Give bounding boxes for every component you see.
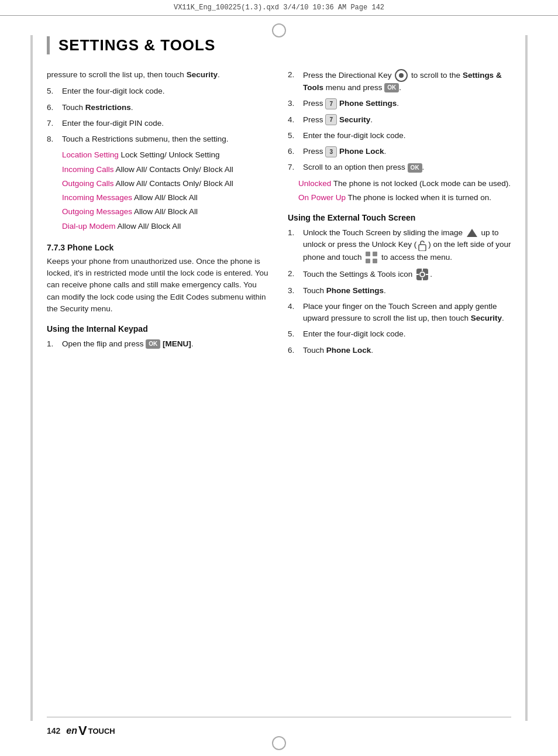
svg-rect-2 <box>373 252 377 256</box>
item-content: Enter the four-digit lock code. <box>303 130 511 142</box>
item-num: 1. <box>47 338 58 350</box>
list-item: 6. Touch Phone Lock. <box>288 345 511 356</box>
step-text-bold: [MENU]. <box>163 339 194 348</box>
sub-label: Incoming Messages <box>62 193 132 202</box>
bold-text: Phone Lock <box>339 147 384 156</box>
list-item: 5. Enter the four-digit lock code. <box>47 85 270 97</box>
two-col-layout: pressure to scroll the list up, then tou… <box>47 69 511 360</box>
svg-rect-1 <box>366 252 370 256</box>
external-screen-heading: Using the External Touch Screen <box>288 213 511 222</box>
item-num: 2. <box>288 268 299 281</box>
sub-items-list: Location Setting Lock Setting/ Unlock Se… <box>62 149 270 232</box>
sub-item: Outgoing Messages Allow All/ Block All <box>62 206 270 218</box>
page-number: 142 <box>47 726 60 736</box>
item-content: Unlock the Touch Screen by sliding the i… <box>303 227 511 264</box>
item-num: 3. <box>288 98 299 109</box>
list-item: 5. Enter the four-digit lock code. <box>288 328 511 340</box>
sub-text: The phone is not locked (Lock mode can b… <box>333 179 511 188</box>
item-num: 7. <box>47 118 58 129</box>
right-column: 2. Press the Directional Key to scroll t… <box>288 69 511 360</box>
list-item: 8. Touch a Restrictions submenu, then th… <box>47 133 270 145</box>
phone-lock-heading: 7.7.3 Phone Lock <box>47 243 270 252</box>
list-item: 1. Open the flip and press OK [MENU]. <box>47 338 270 350</box>
page-title: SETTINGS & TOOLS <box>47 36 511 54</box>
list-item: 4. Press 7 Security. <box>288 114 511 126</box>
sub-label: Outgoing Messages <box>62 207 132 216</box>
sub-item: Outgoing Calls Allow All/ Contacts Only/… <box>62 178 270 190</box>
sub-text: Allow All/ Contacts Only/ Block All <box>116 179 233 188</box>
left-column: pressure to scroll the list up, then tou… <box>47 69 270 354</box>
sub-item: On Power Up The phone is locked when it … <box>298 192 511 204</box>
item-content: Touch a Restrictions submenu, then the s… <box>62 133 270 145</box>
grid-settings-icon <box>365 251 378 264</box>
lock-options: Unlocked The phone is not locked (Lock m… <box>298 178 511 204</box>
brand-touch: TOUCH <box>88 727 115 736</box>
list-item: 1. Unlock the Touch Screen by sliding th… <box>288 227 511 264</box>
unlock-key-icon <box>418 239 427 251</box>
sub-text: Allow All/ Contacts Only/ Block All <box>116 165 233 174</box>
number-key-icon: 7 <box>325 114 337 125</box>
item-content: Place your finger on the Touch Screen an… <box>303 301 511 325</box>
svg-rect-3 <box>366 259 370 263</box>
top-circle-decoration <box>272 23 286 37</box>
bold-text: Phone Settings <box>339 99 397 108</box>
item-content: Touch Phone Lock. <box>303 345 511 356</box>
sub-item: Location Setting Lock Setting/ Unlock Se… <box>62 149 270 161</box>
item-content: Touch Restrictions. <box>62 102 270 114</box>
settings-tools-icon <box>416 268 429 281</box>
list-item: 4. Place your finger on the Touch Screen… <box>288 301 511 325</box>
item-num: 7. <box>288 161 299 173</box>
sub-item: Dial-up Modem Allow All/ Block All <box>62 221 270 232</box>
intro-text: pressure to scroll the list up, then tou… <box>47 70 184 79</box>
sub-label: Dial-up Modem <box>62 222 116 231</box>
list-item: 2. Touch the Settings & Tools icon . <box>288 268 511 281</box>
item-num: 6. <box>288 345 299 356</box>
right-decorative-bar <box>525 35 528 721</box>
item-num: 1. <box>288 227 299 264</box>
sub-text: The phone is locked when it is turned on… <box>348 193 491 202</box>
list-item: 7. Enter the four-digit PIN code. <box>47 118 270 129</box>
sub-text: Lock Setting/ Unlock Setting <box>121 150 220 159</box>
item-content: Touch the Settings & Tools icon . <box>303 268 511 281</box>
sub-label: Unlocked <box>298 179 331 188</box>
brand-logo: en V TOUCH <box>66 723 115 738</box>
directional-key-icon <box>395 69 408 82</box>
item-content: Press 7 Security. <box>303 114 511 126</box>
file-info: VX11K_Eng_100225(1.3).qxd 3/4/10 10:36 A… <box>174 4 384 12</box>
item-content: Press the Directional Key to scroll to t… <box>303 69 511 94</box>
item-num: 8. <box>47 133 58 145</box>
internal-keypad-heading: Using the Internal Keypad <box>47 324 270 334</box>
bottom-circle-decoration <box>272 736 286 750</box>
bold-text: Security <box>339 115 370 124</box>
list-item: 3. Press 7 Phone Settings. <box>288 98 511 109</box>
sub-label: Location Setting <box>62 150 119 159</box>
sub-label: On Power Up <box>298 193 346 202</box>
item-content: Enter the four-digit lock code. <box>303 328 511 340</box>
item-num: 4. <box>288 114 299 126</box>
intro-paragraph: pressure to scroll the list up, then tou… <box>47 69 270 81</box>
bold-text: Phone Lock <box>326 346 371 355</box>
ok-button-icon: OK <box>384 83 399 92</box>
bold-text: Phone Settings <box>326 286 384 295</box>
item-num: 6. <box>288 146 299 157</box>
page-container: VX11K_Eng_100225(1.3).qxd 3/4/10 10:36 A… <box>0 0 558 756</box>
sub-label: Incoming Calls <box>62 165 114 174</box>
sub-item: Unlocked The phone is not locked (Lock m… <box>298 178 511 190</box>
list-item: 7. Scroll to an option then press OK. <box>288 161 511 173</box>
sub-text: Allow All/ Block All <box>134 193 198 202</box>
bold-text: [MENU] <box>163 339 191 348</box>
brand-v: V <box>78 723 87 738</box>
left-decorative-bar <box>30 35 33 721</box>
sub-text: Allow All/ Block All <box>118 222 181 231</box>
item-content: Enter the four-digit lock code. <box>62 85 270 97</box>
item-num: 6. <box>47 102 58 114</box>
page-content: SETTINGS & TOOLS pressure to scroll the … <box>0 16 558 396</box>
item-content: Press 7 Phone Settings. <box>303 98 511 109</box>
item-num: 5. <box>288 130 299 142</box>
list-item: 2. Press the Directional Key to scroll t… <box>288 69 511 94</box>
svg-rect-0 <box>419 245 426 251</box>
page-footer: 142 en V TOUCH <box>47 717 511 738</box>
list-item: 6. Touch Restrictions. <box>47 102 270 114</box>
step-text: Open the flip and press <box>62 339 146 348</box>
item-content: Open the flip and press OK [MENU]. <box>62 338 270 350</box>
